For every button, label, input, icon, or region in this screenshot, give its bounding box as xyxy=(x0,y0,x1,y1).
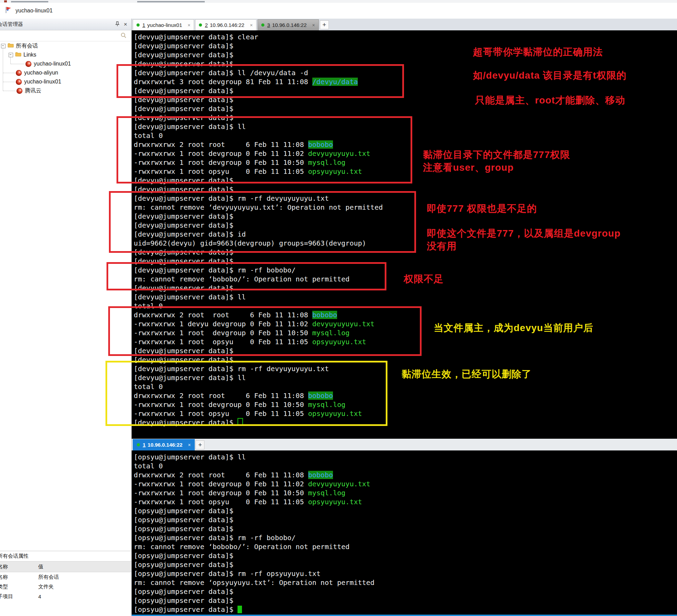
close-panel-icon[interactable]: × xyxy=(124,21,127,27)
tree-item-label: yuchao-linux01 xyxy=(24,79,61,85)
tree-item-links[interactable]: Links xyxy=(9,50,36,59)
clipped-text-fragment xyxy=(11,1,48,2)
terminal-column: 1 yuchao-linux01 × 2 10.96.0.146:22 × 3 … xyxy=(132,19,677,616)
tab-number: 3 xyxy=(267,22,270,28)
close-tab-icon[interactable]: × xyxy=(188,442,191,448)
window-edge-accent xyxy=(132,615,677,616)
tab-label: yuchao-linux01 xyxy=(147,22,182,28)
collapse-icon[interactable] xyxy=(9,53,13,57)
close-tab-icon[interactable]: × xyxy=(312,22,315,28)
properties-title: 所有会话属性 xyxy=(0,551,131,561)
clipped-icon xyxy=(4,0,7,2)
property-key: 类型 xyxy=(0,584,38,590)
tree-item-all-sessions[interactable]: 所有会话 xyxy=(1,41,38,50)
tree-item-session-yuchao-aliyun[interactable]: yuchao-aliyun xyxy=(16,68,58,77)
tab-2-10-96-0-146[interactable]: 2 10.96.0.146:22 × xyxy=(195,19,256,30)
property-row-children: 子项目 4 xyxy=(0,592,131,601)
connected-dot-icon xyxy=(199,23,202,27)
connected-dot-icon xyxy=(137,443,140,446)
folder-icon xyxy=(15,52,21,58)
tree-item-label: yuchao-aliyun xyxy=(24,70,58,76)
tree-guide xyxy=(3,46,3,91)
property-key: 名称 xyxy=(0,574,38,580)
tree-item-label: 所有会话 xyxy=(16,42,38,50)
property-row-type: 类型 文件夹 xyxy=(0,582,131,592)
session-manager-title: 会话管理器 xyxy=(0,21,23,28)
session-search-bar xyxy=(0,30,131,41)
tab-label: 10.96.0.146:22 xyxy=(272,22,306,28)
session-properties-panel: 所有会话属性 名称 值 名称 所有会话 类型 文件夹 子项目 4 xyxy=(0,551,131,601)
property-value: 4 xyxy=(38,594,41,599)
tree-item-session-yuchao-linux01[interactable]: yuchao-linux01 xyxy=(26,59,71,68)
clipped-text-fragment xyxy=(137,1,205,2)
collapse-icon[interactable] xyxy=(1,44,6,48)
session-tree: 所有会话 Links yuchao-linux01 yuchao-aliyu xyxy=(0,41,131,186)
tab-number: 1 xyxy=(143,442,145,448)
property-row-name: 名称 所有会话 xyxy=(0,572,131,582)
tab-number: 2 xyxy=(205,22,208,28)
tree-guide xyxy=(11,64,24,64)
tree-item-session-yuchao-linux01-2[interactable]: yuchao-linux01 xyxy=(16,77,61,86)
property-value: 文件夹 xyxy=(38,584,54,590)
window-title: yuchao-linux01 xyxy=(16,8,53,14)
tab-number: 1 xyxy=(142,22,145,28)
folder-icon xyxy=(8,43,14,49)
properties-table-header: 名称 值 xyxy=(0,561,131,572)
tree-item-label: 腾讯云 xyxy=(25,87,41,95)
terminal-tab-bar: 1 yuchao-linux01 × 2 10.96.0.146:22 × 3 … xyxy=(132,19,677,31)
tab-1-yuchao-linux01[interactable]: 1 yuchao-linux01 × xyxy=(133,19,194,30)
app-flag-icon xyxy=(4,6,12,15)
terminal-devyu[interactable]: [devyu@jumpserver data]$ clear[devyu@jum… xyxy=(132,30,677,441)
search-input[interactable] xyxy=(0,30,117,41)
session-manager-header: 会话管理器 × xyxy=(0,19,131,30)
tree-guide xyxy=(3,91,16,91)
tree-guide xyxy=(3,73,15,73)
tree-guide xyxy=(3,82,15,82)
tree-item-label: Links xyxy=(23,52,36,58)
tree-item-session-tencent-cloud[interactable]: 腾讯云 xyxy=(17,86,41,95)
new-tab-button[interactable]: + xyxy=(195,440,204,449)
connected-dot-icon xyxy=(137,23,140,27)
pin-icon[interactable] xyxy=(115,21,120,28)
terminal-opsyu[interactable]: [opsyu@jumpserver data]$ lltotal 0drwxrw… xyxy=(132,450,677,616)
session-icon xyxy=(16,70,22,76)
property-key: 子项目 xyxy=(0,593,38,600)
title-bar: yuchao-linux01 xyxy=(0,3,677,19)
session-icon xyxy=(26,61,31,67)
close-tab-icon[interactable]: × xyxy=(188,22,190,28)
column-header-name: 名称 xyxy=(0,564,38,570)
column-header-value: 值 xyxy=(38,564,43,570)
tab-label: 10.96.0.146:22 xyxy=(210,22,244,28)
app-window: yuchao-linux01 会话管理器 × xyxy=(0,0,677,616)
connected-dot-icon xyxy=(261,23,264,27)
tab-label: 10.96.0.146:22 xyxy=(148,442,182,448)
search-icon[interactable] xyxy=(121,32,127,38)
tab-1-10-96-0-146-lower-active[interactable]: 1 10.96.0.146:22 × xyxy=(133,439,195,450)
tab-3-10-96-0-146-active[interactable]: 3 10.96.0.146:22 × xyxy=(257,19,319,30)
lower-terminal-tab-bar: 1 10.96.0.146:22 × + xyxy=(132,439,677,450)
property-value: 所有会话 xyxy=(38,574,59,580)
close-tab-icon[interactable]: × xyxy=(250,22,253,28)
new-tab-button[interactable]: + xyxy=(320,20,329,29)
session-manager-panel: 会话管理器 × xyxy=(0,19,132,616)
tree-item-label: yuchao-linux01 xyxy=(34,61,71,67)
session-icon xyxy=(17,88,22,94)
session-icon xyxy=(16,79,22,85)
